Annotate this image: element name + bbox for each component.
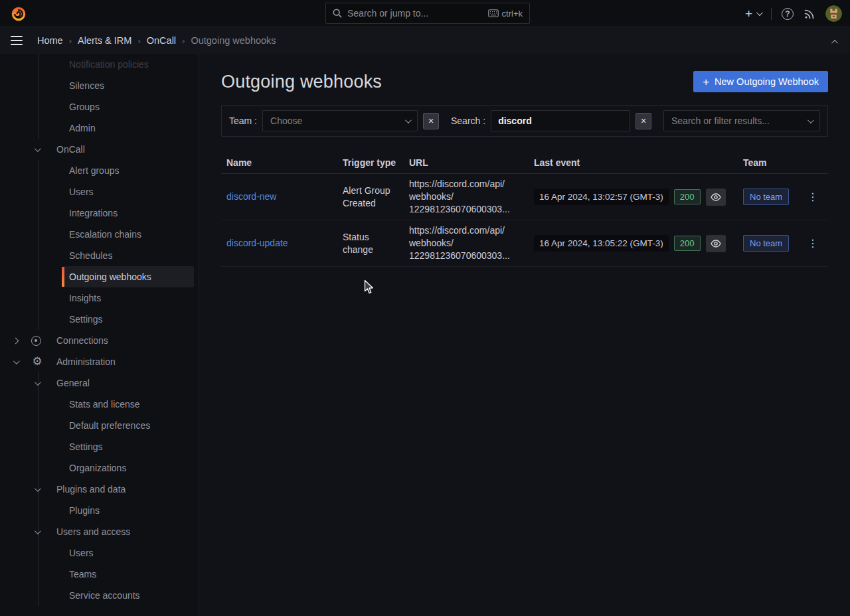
chevron-down-icon [405,117,412,123]
status-badge: 200 [674,189,701,205]
nav-section-icon [31,356,43,368]
sidebar-item-schedules[interactable]: Schedules [0,245,199,266]
new-menu-button[interactable] [745,7,761,20]
sidebar-item-stats-and-license[interactable]: Stats and license [0,394,199,415]
breadcrumb: Home › Alerts & IRM › OnCall › Outgoing … [37,35,276,46]
breadcrumb-home[interactable]: Home [37,35,63,46]
sidebar-item-label: Alert groups [69,165,119,176]
breadcrumb-oncall[interactable]: OnCall [147,35,176,46]
table-body: discord-new Alert Group Created https://… [221,174,828,267]
sidebar-item-teams[interactable]: Teams [0,564,199,585]
sidebar-item-oncall[interactable]: OnCall [0,139,199,160]
sidebar-item-alert-groups[interactable]: Alert groups [0,160,199,181]
new-outgoing-webhook-button[interactable]: New Outgoing Webhook [693,71,828,92]
row-actions-button[interactable] [804,189,822,204]
shortcut-hint: ctrl+k [488,9,523,19]
last-event-cell: 16 Apr 2024, 13:05:22 (GMT-3) 200 [530,235,738,252]
chevron-down-icon [756,9,763,16]
table-header-row: Name Trigger type URL Last event Team [221,152,828,174]
main-content: Outgoing webhooks New Outgoing Webhook T… [200,54,850,616]
sidebar-item-outgoing-webhooks[interactable]: Outgoing webhooks [0,266,199,287]
sidebar-item-label: Users [69,548,94,558]
sidebar-item-general[interactable]: General [0,372,199,394]
grafana-logo-icon[interactable] [10,5,27,23]
help-button[interactable] [782,8,794,20]
chevron-up-icon [831,40,838,46]
last-event-timestamp: 16 Apr 2024, 13:05:22 (GMT-3) [534,235,669,252]
sidebar-item-users-and-access[interactable]: Users and access [0,521,199,542]
sidebar-item-notification-policies[interactable]: Notification policies [0,54,199,75]
menu-toggle-button[interactable] [11,33,27,48]
sidebar-item-label: Admin [69,123,96,133]
sidebar-item-users[interactable]: Users [0,181,199,202]
keyboard-icon [488,9,499,17]
breadcrumb-current: Outgoing webhooks [191,35,276,46]
search-filter-label: Search : [451,116,485,126]
sidebar-item-connections[interactable]: Connections [0,330,199,351]
sidebar-item-label: Groups [69,102,100,112]
sidebar-item-administration[interactable]: Administration [0,351,199,372]
team-select[interactable]: Choose [262,110,418,131]
nav-chevron-icon [35,485,41,492]
chevron-down-icon [808,117,814,123]
filter-bar: Team : Choose Search : Search or filter … [221,105,828,137]
clear-search-button[interactable] [636,113,651,129]
page-title: Outgoing webhooks [221,72,382,92]
clear-team-button[interactable] [423,113,439,129]
sidebar-item-plugins-and-data[interactable]: Plugins and data [0,479,199,500]
trigger-type-cell: Status change [337,231,404,256]
collapse-header-button[interactable] [833,37,838,46]
sidebar-item-settings[interactable]: Settings [0,436,199,457]
help-icon [782,8,794,20]
sidebar-item-groups[interactable]: Groups [0,96,199,117]
sidebar-item-admin[interactable]: Admin [0,117,199,139]
breadcrumb-alerts-irm[interactable]: Alerts & IRM [78,35,131,46]
view-event-button[interactable] [706,235,726,252]
last-event-cell: 16 Apr 2024, 13:02:57 (GMT-3) 200 [530,189,738,206]
sidebar-item-label: Notification policies [69,59,149,70]
webhook-name-link[interactable]: discord-update [226,238,288,248]
trigger-type-cell: Alert Group Created [337,185,404,210]
sidebar-item-label: Settings [69,441,103,452]
sidebar-item-insights[interactable]: Insights [0,287,199,309]
breadcrumb-separator: › [69,36,72,46]
sidebar-item-integrations[interactable]: Integrations [0,202,199,224]
nav-chevron-icon [35,379,41,386]
webhook-search-input[interactable] [491,110,630,131]
sidebar-item-label: Silences [69,80,104,91]
row-actions-button[interactable] [804,236,822,251]
sidebar-item-label: Teams [69,569,96,579]
topbar-actions [745,0,842,27]
filter-results-placeholder: Search or filter results... [671,116,770,126]
webhook-row-discord-new: discord-new Alert Group Created https://… [221,174,828,220]
sidebar-item-default-preferences[interactable]: Default preferences [0,415,199,436]
user-avatar[interactable] [825,5,842,22]
webhook-row-discord-update: discord-update Status change https://dis… [221,220,828,267]
team-select-value: Choose [270,116,302,126]
sidebar-item-label: Outgoing webhooks [69,271,151,282]
breadcrumb-separator: › [182,36,185,46]
nav-chevron-icon [35,145,41,152]
search-input[interactable]: Search or jump to... ctrl+k [325,3,530,24]
sidebar-item-users[interactable]: Users [0,542,199,564]
view-event-button[interactable] [706,189,726,206]
search-placeholder: Search or jump to... [347,8,483,19]
sidebar-item-label: Connections [56,335,108,346]
url-cell: https://discord.com/api/ webhooks/ 12298… [404,178,530,216]
sidebar-item-settings[interactable]: Settings [0,309,199,330]
column-header-team: Team [738,157,798,168]
sidebar-item-organizations[interactable]: Organizations [0,457,199,479]
team-cell: No team [738,235,798,252]
news-button[interactable] [804,8,815,20]
column-header-last-event: Last event [530,157,738,168]
filter-results-select[interactable]: Search or filter results... [663,110,820,131]
sidebar-item-label: Settings [69,314,103,325]
sidebar-item-plugins[interactable]: Plugins [0,500,199,521]
eye-icon [711,240,721,248]
last-event-timestamp: 16 Apr 2024, 13:02:57 (GMT-3) [534,189,669,205]
sidebar-item-escalation-chains[interactable]: Escalation chains [0,224,199,245]
webhook-name-link[interactable]: discord-new [226,191,276,202]
sidebar-item-label: Plugins and data [56,484,126,495]
sidebar-item-silences[interactable]: Silences [0,75,199,96]
sidebar-item-service-accounts[interactable]: Service accounts [0,585,199,606]
